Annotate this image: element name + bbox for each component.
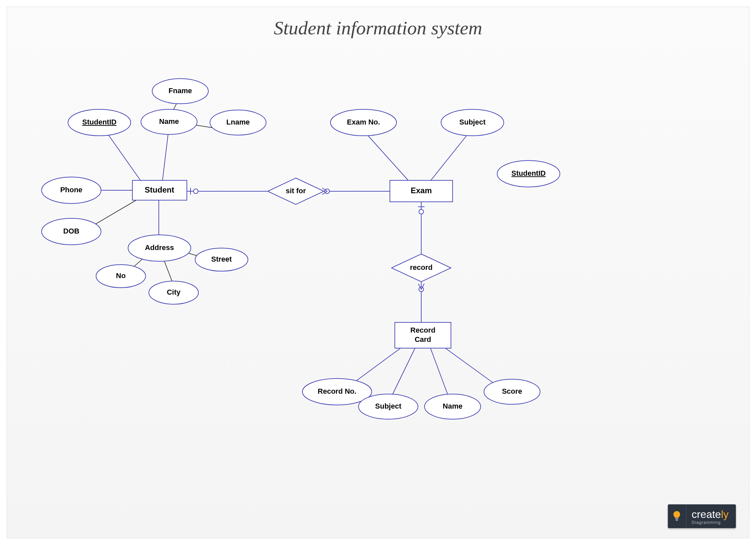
attr-examno-label: Exam No. [347,118,380,126]
logo-brand: creately [692,509,729,520]
attr-score-label: Score [502,387,522,395]
creately-logo: creately Diagramming [668,504,736,528]
attr-lname-label: Lname [226,118,250,126]
connector [365,132,410,182]
connector [104,129,144,185]
er-diagram: Student Exam Record Card sit for record … [7,7,750,539]
attr-recordno-label: Record No. [318,387,356,395]
lightbulb-icon [668,504,686,528]
logo-tagline: Diagramming [692,520,729,525]
svg-rect-0 [675,518,678,519]
attr-fname-label: Fname [169,86,192,95]
attr-city-label: City [167,288,181,296]
entity-student-label: Student [145,185,174,194]
attr-recsubject-label: Subject [375,402,401,410]
crowfoot-circle [419,209,424,214]
attr-street-label: Street [211,255,232,263]
attr-address-label: Address [145,243,174,252]
entity-recordcard-label-1: Record [410,326,435,334]
attr-exam-studentid-label: StudentID [511,169,546,177]
connector [430,132,469,182]
logo-brand-1: create [692,508,721,520]
connector [162,129,169,184]
entity-recordcard-label-2: Card [415,335,431,344]
relationship-sitfor-label: sit for [286,187,306,195]
entity-exam-label: Exam [411,186,432,195]
logo-brand-2: ly [721,508,729,520]
attr-dob-label: DOB [63,227,80,235]
attr-phone-label: Phone [60,186,82,194]
crowfoot-circle [193,189,198,193]
attr-studentid-label: StudentID [82,118,117,126]
attr-subject-label: Subject [459,118,486,126]
attr-no-label: No [116,271,125,280]
relationship-record-label: record [410,263,432,271]
svg-rect-1 [676,520,678,521]
attr-name-label: Name [159,117,179,125]
connector [164,259,172,281]
attr-recname-label: Name [443,402,463,410]
